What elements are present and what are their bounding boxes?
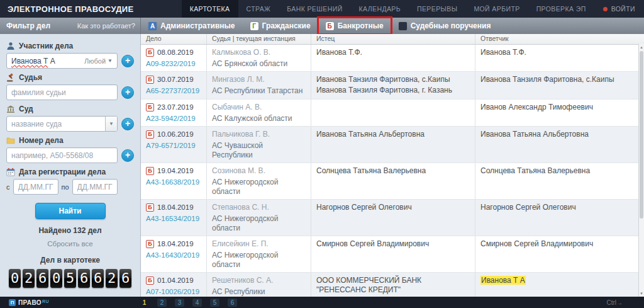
top-nav-item-5[interactable]: ПЕРЕРЫВЫ xyxy=(409,0,465,18)
page-button-6[interactable]: 6 xyxy=(228,299,237,307)
how-it-works-link[interactable]: Как это работает? xyxy=(77,22,135,30)
login-button[interactable]: ВОЙТИ xyxy=(594,5,644,13)
defendant-cell: Иванова Татьяна Альбертовна xyxy=(475,127,644,163)
case-type-letter-icon: Г xyxy=(250,22,258,30)
case-type-tab-label: Судебные поручения xyxy=(411,21,491,30)
case-cell: Б18.04.2019А43-16430/2019 xyxy=(141,236,207,272)
case-number-link[interactable]: А43-16534/2019 xyxy=(146,214,199,224)
judge-name: Пальчикова Г. В. xyxy=(212,130,306,139)
bankruptcy-case-icon: Б xyxy=(146,240,154,248)
bankruptcy-case-icon: Б xyxy=(146,277,154,285)
judge-cell: Пальчикова Г. В.АС Чувашской Республики xyxy=(207,127,311,163)
table-row[interactable]: Б30.07.2019А65-22737/2019Мингазов Л. М.А… xyxy=(141,72,644,100)
filter-panel-title: Фильтр дел xyxy=(6,21,50,30)
counter-digit: 2 xyxy=(23,269,35,288)
case-number-link[interactable]: А65-22737/2019 xyxy=(146,86,199,96)
top-nav-item-1[interactable]: КАРТОТЕКА xyxy=(182,0,238,18)
case-number-link[interactable]: А79-6571/2019 xyxy=(146,141,196,151)
court-icon xyxy=(6,105,15,113)
top-nav-item-3[interactable]: БАНК РЕШЕНИЙ xyxy=(279,0,350,18)
table-scrollbar[interactable]: ▲ ▼ xyxy=(638,44,644,297)
table-row[interactable]: Б10.06.2019А79-6571/2019Пальчикова Г. В.… xyxy=(141,127,644,163)
case-type-tab-2[interactable]: ГГражданские xyxy=(243,18,318,34)
table-row[interactable]: Б18.04.2019А43-16430/2019Елисейкин Е. П.… xyxy=(141,236,644,273)
pravo-logo-domain: RU xyxy=(42,299,49,304)
table-row[interactable]: Б01.04.2019А07-10026/2019Решетников С. А… xyxy=(141,273,644,297)
add-court-button[interactable]: + xyxy=(121,118,134,130)
defendant-name: Иванова Т.Ф. xyxy=(480,48,638,57)
case-number-link[interactable]: А23-5942/2019 xyxy=(146,114,196,123)
reset-all-link[interactable]: Сбросить все xyxy=(6,240,134,248)
judge-name: Калмыкова О. В. xyxy=(212,48,306,57)
case-number-input[interactable] xyxy=(6,147,118,163)
case-type-tab-1[interactable]: ААдминистративные xyxy=(141,18,243,34)
judge-cell: Сыбачин А. В.АС Калужской области xyxy=(207,100,311,126)
case-number-section-label: Номер дела xyxy=(6,136,134,145)
case-date: 23.07.2019 xyxy=(157,103,194,112)
counter-digit: 2 xyxy=(106,269,118,288)
top-nav-item-6[interactable]: МОЙ АРБИТР xyxy=(465,0,528,18)
scroll-up-arrow-icon[interactable]: ▲ xyxy=(639,45,644,49)
page-button-2[interactable]: 2 xyxy=(157,299,167,307)
table-row[interactable]: Б08.08.2019А09-8232/2019Калмыкова О. В.А… xyxy=(141,45,644,72)
page-button-4[interactable]: 4 xyxy=(192,299,202,307)
cases-table: Дело Судья | текущая инстанция Истец Отв… xyxy=(141,34,644,297)
counter-digit: 6 xyxy=(119,269,131,288)
page-button-5[interactable]: 5 xyxy=(210,299,219,307)
case-number-link[interactable]: А43-16430/2019 xyxy=(146,251,199,260)
column-header-defendant: Ответчик xyxy=(475,34,644,44)
court-name: АС Калужской области xyxy=(212,114,306,123)
defendant-name: Иванов Александр Тимофеевич xyxy=(480,103,638,112)
judge-input[interactable] xyxy=(6,84,118,100)
defendant-cell: Нагорнов Сергей Олегович xyxy=(475,200,644,236)
scroll-down-arrow-icon[interactable]: ▼ xyxy=(639,292,644,295)
plaintiff-name: ООО КОММЕРЧЕСКИЙ БАНК "РЕНЕССАНС КРЕДИТ" xyxy=(316,276,470,295)
court-name: АС Брянской области xyxy=(212,59,306,69)
court-name: АС Нижегородской области xyxy=(212,251,306,270)
page-button-1[interactable]: 1 xyxy=(140,299,149,307)
judge-name: Решетников С. А. xyxy=(212,276,306,285)
search-button[interactable]: Найти xyxy=(35,203,106,219)
top-nav-item-7[interactable]: ПРОВЕРКА ЭП xyxy=(528,0,594,18)
login-status-dot-icon xyxy=(603,7,608,11)
court-select-arrow-icon[interactable]: ▼ xyxy=(105,117,117,131)
defendant-cell: Иванова Т.Ф. xyxy=(475,45,644,71)
court-name: АС Республики Татарстан xyxy=(212,86,306,96)
bankruptcy-case-icon: Б xyxy=(146,48,154,57)
page-button-3[interactable]: 3 xyxy=(175,299,184,307)
app-title: ЭЛЕКТРОННОЕ ПРАВОСУДИЕ xyxy=(0,4,142,14)
judge-name: Мингазов Л. М. xyxy=(212,75,306,84)
add-participant-button[interactable]: + xyxy=(121,55,134,67)
plaintiff-cell: Солнцева Татьяна Валерьевна xyxy=(311,163,475,199)
case-number-link[interactable]: А43-16638/2019 xyxy=(146,178,199,187)
filter-sub-bar: Фильтр дел Как это работает? ААдминистра… xyxy=(0,18,644,34)
case-type-letter-icon xyxy=(399,22,407,30)
found-count-text: Найдено 132 дел xyxy=(6,226,134,235)
pravo-logo-icon: П xyxy=(9,299,16,306)
participant-role-dropdown[interactable]: Любой ▼ xyxy=(84,57,113,65)
case-number-link[interactable]: А09-8232/2019 xyxy=(146,59,196,69)
table-row[interactable]: Б18.04.2019А43-16534/2019Степанова С. Н.… xyxy=(141,200,644,236)
case-date: 01.04.2019 xyxy=(157,276,194,285)
case-folder-icon xyxy=(6,136,15,145)
table-row[interactable]: Б19.04.2019А43-16638/2019Созинова М. В.А… xyxy=(141,163,644,200)
court-name: АС Нижегородской области xyxy=(212,178,306,197)
top-nav-item-4[interactable]: КАЛЕНДАРЬ xyxy=(351,0,409,18)
case-cell: Б01.04.2019А07-10026/2019 xyxy=(141,273,207,297)
scrollbar-thumb[interactable] xyxy=(640,51,643,219)
date-to-input[interactable] xyxy=(72,179,118,195)
court-select[interactable]: название суда ▼ xyxy=(6,116,118,132)
table-row[interactable]: Б23.07.2019А23-5942/2019Сыбачин А. В.АС … xyxy=(141,100,644,127)
case-type-tab-3[interactable]: ББанкротные xyxy=(318,18,391,34)
defendant-cell: Иванов Александр Тимофеевич xyxy=(475,100,644,126)
bankruptcy-case-icon: Б xyxy=(146,76,154,84)
calendar-icon xyxy=(6,168,15,176)
add-case-number-button[interactable]: + xyxy=(121,149,134,162)
participant-input[interactable]: Иванова Т А Любой ▼ xyxy=(6,53,118,69)
date-from-input[interactable] xyxy=(13,179,58,195)
top-nav-item-2[interactable]: СТРАЖ xyxy=(238,0,279,18)
judge-cell: Созинова М. В.АС Нижегородской области xyxy=(207,163,311,199)
case-type-tab-4[interactable]: Судебные поручения xyxy=(391,18,499,34)
case-number-link[interactable]: А07-10026/2019 xyxy=(146,287,199,297)
add-judge-button[interactable]: + xyxy=(121,86,134,99)
